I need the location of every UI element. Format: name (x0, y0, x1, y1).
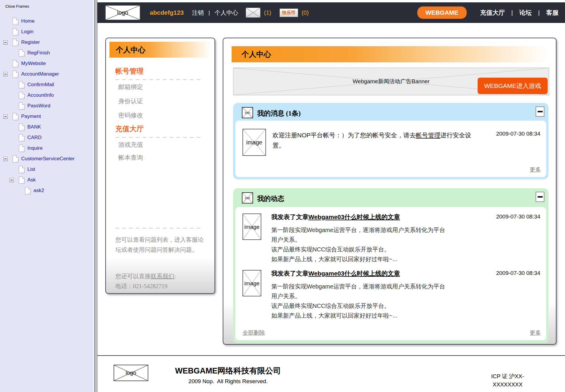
sidebar-item-mywebsite[interactable]: MyWebsite (0, 58, 94, 69)
page-icon (19, 92, 25, 99)
recharge-hall-link[interactable]: 充值大厅 (480, 9, 505, 17)
main-panel: 个人中心 Webgame新闻活动广告Banner WEBGAME进入游戏 ico… (223, 38, 556, 345)
collapse-icon[interactable] (3, 40, 8, 45)
sidebar-item-payment[interactable]: Payment (0, 111, 94, 122)
minimize-icon (538, 111, 543, 112)
sidebar-item-ask[interactable]: Ask (0, 175, 94, 185)
site-logo[interactable]: logo (105, 5, 140, 20)
feed-item: image 我发表了文章Webgame03什么时候上线的文章 2009-07-3… (235, 269, 546, 325)
left-panel-title: 个人中心 (109, 42, 211, 58)
sidebar-item-label: ask2 (34, 188, 44, 194)
copyright-text: 2009 Nop. All Rights Reserved. (138, 378, 318, 385)
enter-game-button[interactable]: WEBGAME进入游戏 (478, 78, 548, 94)
sidebar-item-customerservicecenter[interactable]: CustomerServiceCenter (0, 154, 94, 164)
sidebar-item-label: BANK (27, 124, 41, 130)
menu-item-password[interactable]: 密码修改 (118, 111, 143, 119)
sidebar-item-ask2[interactable]: ask2 (0, 185, 94, 196)
dashed-divider (115, 79, 201, 80)
sidebar-item-label: CARD (27, 135, 41, 141)
frames-tree: Home Login Register RegFinish MyWebsite … (0, 16, 94, 196)
menu-item-mail-bind[interactable]: 邮箱绑定 (118, 83, 143, 91)
page-icon (13, 155, 19, 163)
feed-icon: icon (242, 192, 253, 203)
logout-link[interactable]: 注销 (192, 9, 204, 17)
footer-company-block: WEBGAME网络科技有限公司 2009 Nop. All Rights Res… (138, 366, 318, 385)
sidebar-item-label: AccountManager (21, 71, 59, 77)
page-icon (13, 113, 19, 120)
dashed-divider (115, 228, 201, 228)
close-frames-link[interactable]: Close Frames (5, 4, 29, 9)
page-icon (13, 28, 19, 36)
collapse-icon[interactable] (9, 178, 14, 182)
message-text: 欢迎注册NOP平台帐号：）为了您的帐号安全，请去帐号管理进行安全设置。 (272, 130, 476, 151)
customer-service-link[interactable]: 客服 (546, 9, 559, 17)
feed-article-link[interactable]: Webgame03什么时候上线的文章 (308, 213, 400, 220)
left-panel: 个人中心 帐号管理 邮箱绑定 身份认证 密码修改 充值大厅 游戏充值 帐本查询 … (105, 38, 215, 294)
minimize-button[interactable] (536, 192, 544, 202)
collapse-icon[interactable] (3, 72, 8, 76)
page: Close Frames Home Login Register RegFini… (0, 0, 565, 392)
feed-item: image 我发表了文章Webgame03什么时候上线的文章 2009-07-3… (235, 212, 546, 269)
username[interactable]: abcdefg123 (150, 9, 184, 16)
company-name: WEBGAME网络科技有限公司 (138, 366, 318, 376)
feed-image-placeholder: image (242, 213, 261, 240)
sidebar-item-password[interactable]: PassWord (0, 101, 94, 111)
sidebar-item-accountmanager[interactable]: AccountManager (0, 69, 94, 79)
mail-icon[interactable] (246, 8, 260, 18)
messages-icon: icon (242, 107, 253, 118)
feed-article-link[interactable]: Webgame03什么时候上线的文章 (308, 270, 400, 277)
icp-license: ICP 证 沪XX- XXXXXXXX (477, 372, 539, 389)
minimize-button[interactable] (536, 106, 544, 117)
webgame-button[interactable]: WEBGAME (417, 6, 467, 19)
sidebar-item-inquire[interactable]: Inquire (0, 143, 94, 154)
sidebar-item-label: Home (21, 18, 34, 24)
separator: | (511, 9, 513, 16)
feed-item-time: 2009-07-30 08:34 (496, 213, 540, 220)
phone-line: 电话：021-54282719 (115, 282, 167, 290)
sidebar-item-register[interactable]: Register (0, 37, 94, 48)
page-icon (19, 176, 25, 184)
messages-more-link[interactable]: 更多 (530, 166, 541, 174)
feed-title: 我的动态 (257, 194, 284, 203)
sidebar-item-card[interactable]: CARD (0, 132, 94, 143)
help-text: 您可以查看问题列表，进入客服论坛或者使用问题问答解决问题。 (115, 235, 204, 255)
sidebar-item-label: ConfirmMail (27, 82, 54, 88)
contact-us-link[interactable]: 联系我们 (151, 273, 174, 279)
page-icon (25, 187, 31, 194)
collapse-icon[interactable] (3, 157, 8, 161)
footer-divider (97, 355, 565, 356)
menu-item-game-recharge[interactable]: 游戏充值 (118, 141, 143, 149)
account-manage-link[interactable]: 帐号管理 (416, 132, 441, 139)
sidebar-item-label: RegFinish (27, 50, 50, 56)
sidebar-item-confirmmail[interactable]: ConfirmMail (0, 79, 94, 90)
sidebar-item-label: Inquire (27, 145, 43, 151)
feed-more-link[interactable]: 更多 (530, 329, 541, 337)
messages-content: image 欢迎注册NOP平台帐号：）为了您的帐号安全，请去帐号管理进行安全设置… (235, 121, 546, 177)
top-bar: logo abcdefg123 注销 | 个人中心 (1) 快乐币 (0) WE… (97, 2, 565, 23)
sidebar-item-label: PassWord (27, 103, 50, 109)
frame-divider[interactable] (94, 0, 97, 392)
menu-item-ledger[interactable]: 帐本查询 (118, 154, 143, 162)
account-section-title: 帐号管理 (115, 66, 144, 76)
page-icon (19, 102, 25, 110)
sidebar-item-accountinfo[interactable]: AccountInfo (0, 90, 94, 101)
sidebar-item-login[interactable]: Login (0, 26, 94, 37)
sidebar-item-label: Ask (27, 177, 36, 183)
personal-center-link[interactable]: 个人中心 (215, 9, 238, 17)
sidebar-item-list[interactable]: List (0, 164, 94, 175)
happy-coin-badge[interactable]: 快乐币 (280, 9, 298, 17)
sidebar-item-home[interactable]: Home (0, 16, 94, 26)
sidebar-item-regfinish[interactable]: RegFinish (0, 48, 94, 58)
messages-section: icon 我的消息 (1条) image 欢迎注册NOP平台帐号：）为了您的帐号… (233, 103, 549, 179)
page-icon (13, 71, 19, 78)
forum-link[interactable]: 论坛 (519, 9, 532, 17)
collapse-icon[interactable] (3, 114, 8, 119)
delete-all-link[interactable]: 全部删除 (242, 329, 265, 337)
menu-item-identity[interactable]: 身份认证 (118, 97, 143, 105)
sidebar-item-bank[interactable]: BANK (0, 122, 94, 132)
page-icon (13, 60, 19, 67)
minimize-icon (538, 196, 543, 198)
feed-item-time: 2009-07-30 08:34 (496, 270, 540, 276)
ad-banner-label: Webgame新闻活动广告Banner (353, 78, 430, 85)
sidebar-item-label: CustomerServiceCenter (21, 156, 74, 162)
